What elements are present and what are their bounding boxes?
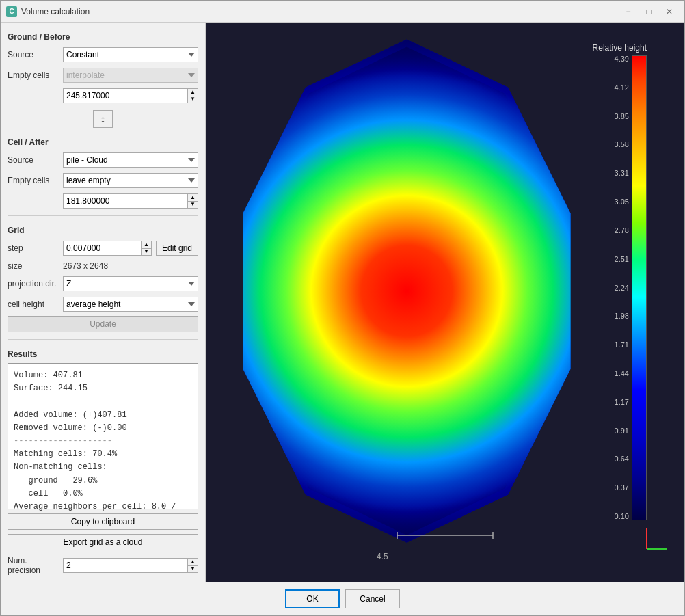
results-line-10: cell = 0.0%: [14, 487, 192, 500]
copy-clipboard-button[interactable]: Copy to clipboard: [8, 513, 198, 530]
ground-value-up[interactable]: ▲: [188, 89, 198, 96]
colorbar-tick: 0.64: [615, 455, 629, 463]
swap-button[interactable]: ↕: [93, 110, 113, 128]
ground-value-spinner: 245.817000 ▲ ▼: [63, 88, 198, 103]
grid-size-row: size 2673 x 2648: [8, 261, 198, 271]
cell-value-down[interactable]: ▼: [188, 202, 198, 209]
divider-2: [8, 339, 198, 340]
colorbar-tick: 3.31: [615, 170, 629, 177]
export-grid-button[interactable]: Export grid as a cloud: [8, 534, 198, 550]
colorbar-tick: 2.78: [615, 227, 629, 235]
swap-section: ↕: [8, 110, 198, 128]
cell-source-select[interactable]: Constant pile - Cloud Scalar field: [63, 152, 198, 168]
grid-proj-dir-label: projection dir.: [8, 279, 59, 289]
cell-empty-cells-row: Empty cells interpolate leave empty: [8, 173, 198, 188]
window-title: Volume calculation: [21, 7, 619, 16]
num-precision-spinner-btns: ▲ ▼: [187, 558, 198, 573]
grid-proj-dir-row: projection dir. X Y Z: [8, 276, 198, 291]
grid-proj-dir-select[interactable]: X Y Z: [63, 276, 198, 291]
results-line-5: Removed volume: (-)0.00: [14, 422, 192, 435]
window-controls: − □ ✕: [619, 4, 679, 19]
cell-empty-cells-select[interactable]: interpolate leave empty: [63, 173, 198, 188]
grid-cell-height-select[interactable]: average height minimum height maximum he…: [63, 297, 198, 312]
cell-value-input[interactable]: 181.800000: [63, 193, 187, 209]
num-precision-spinner: 2 ▲ ▼: [63, 558, 198, 573]
edit-grid-button[interactable]: Edit grid: [156, 241, 198, 256]
app-icon: C: [6, 6, 17, 17]
ground-empty-cells-select[interactable]: interpolate leave empty: [63, 68, 198, 83]
axis-x-label: 4.5: [377, 552, 388, 561]
colorbar-tick: 0.91: [615, 427, 629, 435]
results-box: Volume: 407.81 Surface: 244.15 Added vol…: [8, 363, 198, 509]
grid-cell-height-row: cell height average height minimum heigh…: [8, 297, 198, 312]
grid-step-down[interactable]: ▼: [142, 249, 151, 256]
colorbar-title: Relative height: [593, 43, 647, 53]
cell-value-spinner: 181.800000 ▲ ▼: [63, 193, 198, 209]
colorbar-tick: 1.17: [615, 399, 629, 406]
cell-source-row: Source Constant pile - Cloud Scalar fiel…: [8, 152, 198, 168]
colorbar-tick: 1.44: [615, 370, 629, 377]
grid-step-up[interactable]: ▲: [142, 241, 151, 249]
ground-source-select[interactable]: Constant pile - Cloud Scalar field: [63, 47, 198, 62]
results-line-1: Volume: 407.81: [14, 369, 192, 382]
main-content: Ground / Before Source Constant pile - C…: [1, 23, 684, 582]
axis-indicator: [643, 525, 671, 554]
num-precision-label: Num. precision: [8, 556, 59, 575]
maximize-button[interactable]: □: [639, 4, 658, 19]
colorbar: [632, 55, 647, 520]
num-precision-down[interactable]: ▼: [188, 566, 198, 573]
grid-cell-height-label: cell height: [8, 299, 59, 309]
ground-value-spinner-btns: ▲ ▼: [187, 88, 198, 103]
results-line-6: --------------------: [14, 435, 192, 448]
num-precision-up[interactable]: ▲: [188, 559, 198, 566]
grid-section-label: Grid: [8, 226, 198, 235]
colorbar-tick: 4.39: [615, 55, 629, 63]
colorbar-container: Relative height 4.394.123.853.583.313.05…: [593, 43, 647, 520]
colorbar-wrap: 4.394.123.853.583.313.052.782.512.241.98…: [615, 55, 647, 520]
cell-source-label: Source: [8, 155, 59, 165]
colorbar-tick: 2.24: [615, 284, 629, 292]
minimize-button[interactable]: −: [619, 4, 638, 19]
cell-value-spinner-btns: ▲ ▼: [187, 193, 198, 209]
num-precision-input[interactable]: 2: [63, 558, 187, 573]
cell-value-row: 181.800000 ▲ ▼: [8, 193, 198, 209]
cell-value-up[interactable]: ▲: [188, 194, 198, 202]
colorbar-tick: 1.71: [615, 341, 629, 349]
grid-step-row: step ▲ ▼ Edit grid: [8, 241, 198, 256]
divider-1: [8, 215, 198, 216]
colorbar-tick: 0.37: [615, 484, 629, 492]
ground-value-down[interactable]: ▼: [188, 96, 198, 103]
ok-button[interactable]: OK: [285, 589, 340, 608]
results-line-4: Added volume: (+)407.81: [14, 409, 192, 422]
close-button[interactable]: ✕: [660, 4, 679, 19]
grid-step-spinner: ▲ ▼: [63, 241, 152, 256]
results-section-label: Results: [8, 349, 198, 359]
ground-value-row: 245.817000 ▲ ▼: [8, 88, 198, 103]
results-line-3: [14, 395, 192, 408]
scale-bar: [390, 528, 500, 544]
cell-section-label: Cell / After: [8, 137, 198, 147]
right-panel: Relative height 4.394.123.853.583.313.05…: [206, 23, 684, 582]
colorbar-ticks: 4.394.123.853.583.313.052.782.512.241.98…: [615, 55, 629, 520]
colorbar-tick: 0.10: [615, 513, 629, 520]
dialog-buttons: OK Cancel: [1, 582, 684, 615]
colorbar-tick: 3.05: [615, 198, 629, 206]
colorbar-tick: 1.98: [615, 312, 629, 320]
update-button[interactable]: Update: [8, 316, 198, 332]
ground-empty-cells-label: Empty cells: [8, 70, 59, 80]
cancel-button[interactable]: Cancel: [345, 589, 400, 608]
ground-source-label: Source: [8, 50, 59, 59]
num-precision-row: Num. precision 2 ▲ ▼: [8, 556, 198, 575]
results-line-8: Non-matching cells:: [14, 461, 192, 474]
colorbar-tick: 3.58: [615, 141, 629, 148]
results-line-2: Surface: 244.15: [14, 382, 192, 395]
ground-empty-cells-row: Empty cells interpolate leave empty: [8, 68, 198, 83]
titlebar: C Volume calculation − □ ✕: [1, 1, 684, 23]
grid-size-label: size: [8, 261, 59, 271]
ground-value-input[interactable]: 245.817000: [63, 88, 187, 103]
grid-step-input[interactable]: [63, 241, 141, 256]
ground-section-label: Ground / Before: [8, 32, 198, 42]
left-panel: Ground / Before Source Constant pile - C…: [1, 23, 206, 582]
cell-empty-cells-label: Empty cells: [8, 176, 59, 185]
colorbar-tick: 2.51: [615, 256, 629, 263]
